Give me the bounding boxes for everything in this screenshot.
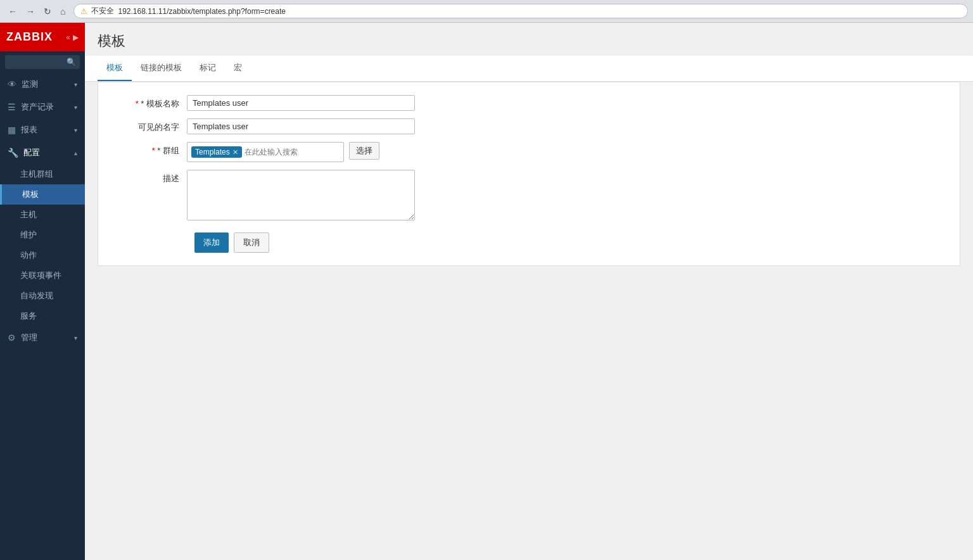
tab-template[interactable]: 模板 [98,56,132,81]
search-wrap: 🔍 [5,55,80,69]
sidebar-item-reports[interactable]: ▦ 报表 ▾ [0,118,85,141]
visible-name-row: 可见的名字 [117,118,941,134]
app-container: ZABBIX « ▶ 🔍 👁 监测 ▾ ☰ [0,23,973,560]
group-label: * 群组 [117,142,187,156]
add-button[interactable]: 添加 [194,232,229,253]
select-group-button[interactable]: 选择 [349,142,379,160]
sidebar-item-config[interactable]: 🔧 配置 ▴ [0,141,85,164]
visible-name-input[interactable] [187,118,415,134]
sidebar-item-correlation[interactable]: 关联项事件 [0,265,85,286]
template-name-label: * 模板名称 [117,95,187,110]
page-tabs: 模板 链接的模板 标记 宏 [85,56,973,82]
sidebar-item-label: 管理 [21,332,37,343]
browser-chrome: ← → ↻ ⌂ ⚠ 不安全 192.168.11.11/zabbix/templ… [0,0,973,23]
form-actions: 添加 取消 [117,232,941,253]
chart-icon: ▦ [8,125,16,135]
sidebar: ZABBIX « ▶ 🔍 👁 监测 ▾ ☰ [0,23,85,560]
visible-name-control [187,118,415,134]
description-label: 描述 [117,170,187,184]
sidebar-logo: ZABBIX « ▶ [0,23,85,51]
sidebar-item-monitoring[interactable]: 👁 监测 ▾ [0,73,85,96]
sidebar-sub-label: 关联项事件 [20,270,61,281]
sidebar-item-hosts[interactable]: 主机 [0,205,85,225]
page-title: 模板 [98,32,960,51]
sidebar-item-label: 报表 [21,124,37,136]
warning-text: 不安全 [91,6,114,16]
group-row: * 群组 Templates ✕ 选择 [117,142,941,162]
sidebar-sub-label: 主机群组 [20,169,53,180]
sidebar-sub-label: 动作 [20,250,37,261]
tab-tags[interactable]: 标记 [191,56,225,81]
description-row: 描述 [117,170,941,222]
sidebar-item-templates[interactable]: 模板 [0,184,85,205]
description-textarea[interactable] [187,170,415,220]
group-tag-close-icon[interactable]: ✕ [232,148,238,156]
refresh-button[interactable]: ↻ [41,5,54,18]
gear-icon: ⚙ [8,333,16,343]
sidebar-item-label: 资产记录 [21,101,54,113]
wrench-icon: 🔧 [8,148,18,158]
sidebar-sub-label: 模板 [22,189,39,200]
sidebar-item-admin[interactable]: ⚙ 管理 ▾ [0,326,85,349]
sidebar-sub-label: 主机 [20,209,37,220]
sidebar-item-maintenance[interactable]: 维护 [0,225,85,245]
sidebar-search-wrap: 🔍 [0,51,85,73]
warning-icon: ⚠ [80,7,87,16]
sidebar-item-asset-records[interactable]: ☰ 资产记录 ▾ [0,96,85,118]
visible-name-label: 可见的名字 [117,118,187,133]
home-button[interactable]: ⌂ [57,5,68,18]
collapse-icon[interactable]: « [66,33,70,42]
page-body: * 模板名称 可见的名字 * 群组 [85,82,973,279]
group-control: Templates ✕ 选择 [187,142,379,162]
sidebar-item-auto-discovery[interactable]: 自动发现 [0,286,85,306]
cancel-button[interactable]: 取消 [234,232,269,253]
group-tag: Templates ✕ [191,146,242,158]
tab-macros[interactable]: 宏 [225,56,251,81]
sidebar-nav: 👁 监测 ▾ ☰ 资产记录 ▾ ▦ 报表 ▾ [0,73,85,349]
sidebar-sub-label: 服务 [20,310,37,322]
description-control [187,170,415,222]
main-content: 模板 模板 链接的模板 标记 宏 * 模板名称 [85,23,973,560]
sidebar-sub-label: 维护 [20,229,37,241]
form-card: * 模板名称 可见的名字 * 群组 [98,82,960,266]
page-header: 模板 [85,23,973,56]
eye-icon: 👁 [8,79,16,89]
sidebar-item-host-groups[interactable]: 主机群组 [0,164,85,184]
tab-linked-templates[interactable]: 链接的模板 [132,56,191,81]
logo-text: ZABBIX [6,30,53,44]
forward-button[interactable]: → [23,5,38,18]
back-button[interactable]: ← [5,5,20,18]
template-name-row: * 模板名称 [117,95,941,111]
template-name-input[interactable] [187,95,415,111]
chevron-down-icon: ▾ [74,127,77,134]
form-container: * 模板名称 可见的名字 * 群组 [98,82,960,265]
sidebar-item-services[interactable]: 服务 [0,306,85,326]
search-input[interactable] [5,55,80,69]
template-name-control [187,95,415,111]
group-tag-label: Templates [195,148,230,156]
chevron-down-icon: ▾ [74,334,77,341]
group-input-wrap[interactable]: Templates ✕ [187,142,344,162]
sidebar-item-actions[interactable]: 动作 [0,245,85,265]
list-icon: ☰ [8,102,16,112]
sidebar-item-label: 配置 [23,147,40,158]
chevron-down-icon: ▾ [74,104,77,111]
logo-controls: « ▶ [66,33,79,42]
expand-icon[interactable]: ▶ [73,33,79,42]
sidebar-item-label: 监测 [22,79,38,90]
nav-buttons: ← → ↻ ⌂ [5,5,68,18]
sidebar-sub-label: 自动发现 [20,290,53,302]
chevron-up-icon: ▴ [74,150,77,156]
chevron-down-icon: ▾ [74,81,77,88]
group-search-input[interactable] [245,148,340,156]
url-text: 192.168.11.11/zabbix/templates.php?form=… [118,7,286,16]
address-bar[interactable]: ⚠ 不安全 192.168.11.11/zabbix/templates.php… [73,4,968,18]
